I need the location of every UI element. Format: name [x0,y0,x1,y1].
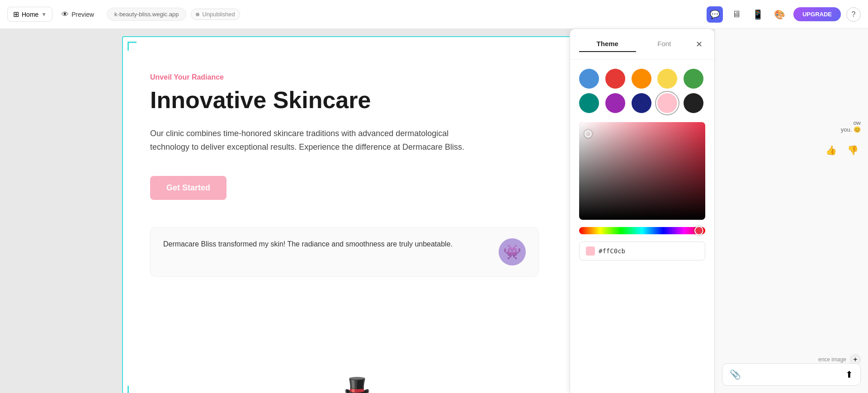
mobile-icon: 📱 [752,9,764,20]
send-button[interactable]: ⬆ [845,369,853,380]
hex-input[interactable] [599,247,698,255]
topbar-left: ⊞ Home ▼ 👁 Preview [7,7,99,22]
testimonial-text: Dermacare Bliss transformed my skin! The… [163,238,491,250]
hint-text-1: ow [722,119,861,126]
swatch-purple[interactable] [605,93,625,113]
url-bar: k-beauty-bliss.wegic.app [107,8,186,21]
corner-handle-bl [127,386,137,393]
theme-icon: 🎨 [774,9,785,20]
action-row: 👍 👎 [722,142,861,158]
desktop-view-button[interactable]: 🖥 [728,6,745,23]
hex-input-row [579,241,705,260]
topbar-right: 💬 🖥 📱 🎨 UPGRADE ? [707,6,861,23]
upgrade-button[interactable]: UPGRADE [793,7,841,21]
swatch-teal[interactable] [579,93,599,113]
avatar-emoji: 👾 [503,243,521,260]
hint-text-2: you. 😊 [722,126,861,133]
main-area: Unveil Your Radiance Innovative Skincare… [0,29,868,393]
home-button[interactable]: ⊞ Home ▼ [7,7,52,22]
status-dot [196,13,199,16]
main-heading: Innovative Skincare [150,87,564,114]
page-subtitle: Unveil Your Radiance [150,73,564,81]
gradient-black-overlay [579,122,705,220]
home-icon: ⊞ [13,10,19,19]
url-status-area: k-beauty-bliss.wegic.app Unpublished [107,8,240,21]
status-text: Unpublished [202,11,235,18]
help-button[interactable]: ? [846,7,861,22]
chat-input-area: 📎 ⬆ [722,363,861,386]
tab-theme[interactable]: Theme [579,36,636,52]
close-button[interactable]: ✕ [693,38,705,51]
swatch-green[interactable] [684,69,703,89]
corner-handle-tl [127,42,137,51]
desktop-icon: 🖥 [732,9,741,19]
swatch-pink[interactable] [657,93,677,113]
color-picker-container [579,122,705,220]
swatch-black[interactable] [684,93,703,113]
status-badge: Unpublished [191,9,240,20]
picker-handle[interactable] [585,130,592,137]
swatch-blue[interactable] [579,69,599,89]
chat-input[interactable] [745,371,842,378]
color-picker-gradient[interactable] [579,122,705,220]
topbar: ⊞ Home ▼ 👁 Preview k-beauty-bliss.wegic.… [0,0,868,29]
cta-button[interactable]: Get Started [150,176,226,200]
page-canvas: Unveil Your Radiance Innovative Skincare… [122,36,592,393]
theme-button[interactable]: 🎨 [772,6,788,23]
hat-icon: 🎩 [344,374,371,393]
swatch-orange[interactable] [632,69,651,89]
right-hints-panel: ow you. 😊 👍 👎 ence image + rprise you 📎 … [714,29,868,393]
chevron-down-icon: ▼ [41,11,47,18]
home-label: Home [22,11,38,18]
question-icon: ? [852,10,856,19]
discord-icon: 💬 [710,9,720,19]
theme-panel: Theme Font ✕ [570,29,714,393]
page-content: Unveil Your Radiance Innovative Skincare… [123,37,591,295]
bottom-decoration: 🎩 [344,374,371,393]
mobile-view-button[interactable]: 📱 [750,6,766,23]
testimonial-box: Dermacare Bliss transformed my skin! The… [150,227,539,277]
thumbs-down-button[interactable]: 👎 [844,142,861,158]
eye-icon: 👁 [61,10,69,19]
preview-label: Preview [71,11,94,18]
swatch-navy[interactable] [632,93,651,113]
spacer [722,164,861,349]
thumbs-up-button[interactable]: 👍 [823,142,839,158]
hue-slider[interactable] [579,227,705,234]
discord-button[interactable]: 💬 [707,6,723,23]
theme-body [570,60,714,393]
tab-font[interactable]: Font [636,36,693,52]
hex-color-preview [586,246,595,256]
reference-image-label: ence image [818,356,846,363]
hue-slider-handle[interactable] [694,226,703,235]
theme-header: Theme Font ✕ [570,29,714,60]
color-swatches-grid [579,69,705,113]
preview-button[interactable]: 👁 Preview [56,8,99,21]
swatch-yellow[interactable] [657,69,677,89]
swatch-red[interactable] [605,69,625,89]
upgrade-label: UPGRADE [802,11,832,18]
attachment-button[interactable]: 📎 [730,369,741,380]
hint-area: ow you. 😊 [722,119,861,133]
url-text: k-beauty-bliss.wegic.app [114,11,179,18]
description-text: Our clinic combines time-honored skincar… [150,127,467,154]
testimonial-avatar: 👾 [499,238,526,265]
